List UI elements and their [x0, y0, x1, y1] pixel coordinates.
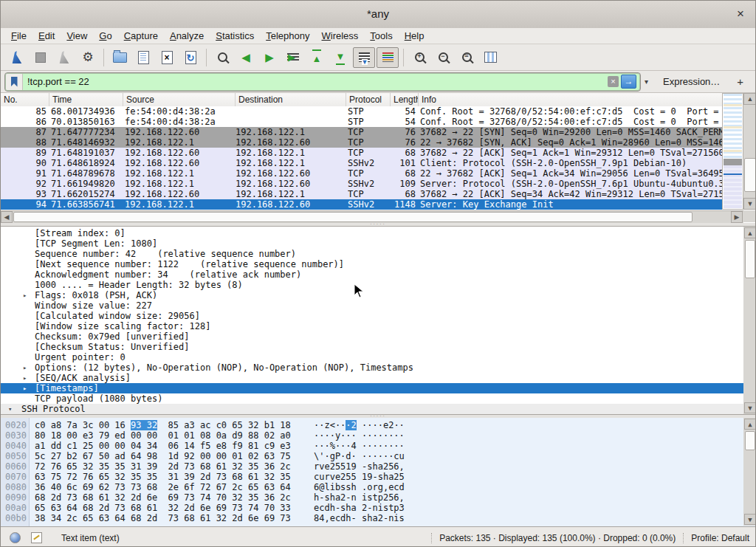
detail-line[interactable]: Window size value: 227	[1, 300, 743, 311]
menu-capture[interactable]: Capture	[118, 29, 164, 43]
hex-row[interactable]: 007063 75 72 76 65 32 35 35 31 39 2d 73 …	[1, 472, 743, 482]
hex-row[interactable]: 0040a1 dd c1 25 00 00 04 34 06 14 f5 e8 …	[1, 441, 743, 451]
detail-line[interactable]: ▸[Timestamps]	[1, 383, 743, 393]
reload-file-button[interactable]: ↻	[179, 47, 202, 68]
go-first-packet-button[interactable]: ▲	[306, 47, 328, 68]
detail-line[interactable]: [Stream index: 0]	[1, 228, 743, 238]
add-filter-button[interactable]: +	[732, 75, 748, 88]
scroll-up-icon[interactable]: ▲	[744, 227, 755, 238]
hex-row[interactable]: 00a065 63 64 68 2d 73 68 61 32 2d 6e 69 …	[1, 503, 743, 513]
start-capture-button[interactable]	[6, 47, 28, 68]
column-header-info[interactable]: Info	[419, 93, 722, 106]
scroll-left-icon[interactable]: ◀	[1, 211, 13, 223]
scroll-down-icon[interactable]: ▼	[743, 198, 756, 210]
menu-telephony[interactable]: Telephony	[260, 29, 315, 43]
detail-line[interactable]: ▸Options: (12 bytes), No-Operation (NOP)…	[1, 362, 743, 373]
menu-wireless[interactable]: Wireless	[316, 29, 365, 43]
display-filter-input[interactable]: !tcp.port == 22 × →	[5, 73, 640, 91]
details-vscrollbar[interactable]: ▲ ▼	[743, 227, 755, 414]
scroll-thumb[interactable]	[744, 158, 756, 192]
expand-arrow-icon[interactable]: ▸	[23, 373, 27, 383]
packet-row[interactable]: 8568.001734936fe:54:00:d4:38:2aSTP54Conf…	[1, 106, 722, 117]
column-header-no[interactable]: No.	[1, 93, 49, 106]
go-last-packet-button[interactable]: ▼	[329, 47, 351, 68]
hex-row[interactable]: 003080 18 00 e3 79 ed 00 00 01 01 08 0a …	[1, 430, 743, 441]
go-back-button[interactable]: ◀	[235, 47, 257, 68]
scroll-up-icon[interactable]: ▲	[743, 93, 756, 105]
stop-capture-button[interactable]	[30, 47, 52, 68]
colorize-packets-button[interactable]	[377, 47, 399, 68]
scroll-thumb[interactable]	[745, 431, 755, 450]
menu-tools[interactable]: Tools	[364, 29, 398, 43]
hex-row[interactable]: 008036 40 6c 69 62 73 73 68 2e 6f 72 67 …	[1, 482, 743, 492]
detail-line[interactable]: ▸[SEQ/ACK analysis]	[1, 373, 743, 383]
detail-line[interactable]: ▸Flags: 0x018 (PSH, ACK)	[1, 290, 743, 300]
scroll-thumb[interactable]	[745, 240, 755, 278]
hex-row[interactable]: 006072 76 65 32 35 35 31 39 2d 73 68 61 …	[1, 461, 743, 472]
column-header-source[interactable]: Source	[123, 93, 236, 106]
detail-line[interactable]: [Calculated window size: 29056]	[1, 311, 743, 321]
packet-row[interactable]: 8871.648146932192.168.122.1192.168.122.6…	[1, 137, 722, 148]
close-window-button[interactable]: ×	[733, 7, 748, 21]
menu-help[interactable]: Help	[399, 29, 430, 43]
packet-list-vscrollbar[interactable]: ▲ ▼	[743, 93, 756, 210]
packet-row[interactable]: 9071.648618924192.168.122.60192.168.122.…	[1, 158, 722, 168]
resize-columns-button[interactable]	[479, 47, 501, 68]
go-forward-button[interactable]: ▶	[258, 47, 281, 68]
detail-line[interactable]: Urgent pointer: 0	[1, 352, 743, 362]
profile-label[interactable]: Profile: Default	[683, 533, 749, 543]
zoom-100-button[interactable]: =	[456, 47, 478, 68]
detail-line[interactable]: ▾SSH Protocol	[1, 404, 743, 414]
detail-line[interactable]: [Next sequence number: 1122 (relative se…	[1, 259, 743, 269]
menu-file[interactable]: File	[5, 29, 32, 43]
intelligent-scrollbar-minimap[interactable]	[722, 93, 743, 210]
menu-statistics[interactable]: Statistics	[210, 29, 260, 43]
scroll-right-icon[interactable]: ▶	[731, 211, 743, 223]
expand-arrow-icon[interactable]: ▸	[23, 383, 27, 393]
apply-filter-button[interactable]: →	[621, 75, 636, 89]
zoom-out-button[interactable]: −	[432, 47, 454, 68]
menu-edit[interactable]: Edit	[32, 29, 61, 43]
go-to-packet-button[interactable]: ▶	[282, 47, 304, 68]
scroll-up-icon[interactable]: ▲	[744, 419, 755, 430]
expression-button[interactable]: Expression…	[663, 76, 720, 87]
expand-arrow-icon[interactable]: ▸	[23, 362, 27, 373]
packet-row[interactable]: 8771.647777234192.168.122.60192.168.122.…	[1, 127, 722, 137]
detail-line[interactable]: Checksum: 0x79ed [unverified]	[1, 331, 743, 342]
zoom-in-button[interactable]: +	[408, 47, 430, 68]
filter-history-dropdown[interactable]: ▾	[640, 78, 653, 86]
hex-row[interactable]: 009068 2d 73 68 61 32 2d 6e 69 73 74 70 …	[1, 492, 743, 503]
column-header-length[interactable]: Length	[391, 93, 419, 106]
open-file-button[interactable]	[109, 47, 131, 68]
display-filter-value[interactable]: !tcp.port == 22	[23, 76, 608, 87]
capture-options-button[interactable]: ⚙	[77, 47, 99, 68]
packet-row[interactable]: 9371.662015274192.168.122.60192.168.122.…	[1, 189, 722, 199]
expand-arrow-icon[interactable]: ▾	[8, 404, 12, 414]
hex-row[interactable]: 0020c0 a8 7a 3c 00 16 93 32 85 a3 ac c0 …	[1, 420, 743, 430]
detail-line[interactable]: Acknowledgment number: 34 (relative ack …	[1, 269, 743, 280]
hex-row[interactable]: 00505c 27 b2 67 50 ad 64 98 1d 92 00 00 …	[1, 451, 743, 461]
packet-row[interactable]: 9271.661949820192.168.122.1192.168.122.6…	[1, 179, 722, 189]
hex-row[interactable]: 00b038 34 2c 65 63 64 68 2d 73 68 61 32 …	[1, 513, 743, 523]
hex-vscrollbar[interactable]: ▲ ▼	[743, 418, 755, 526]
packet-row[interactable]: 8670.013850163fe:54:00:d4:38:2aSTP54Conf…	[1, 117, 722, 127]
column-header-protocol[interactable]: Protocol	[346, 93, 391, 106]
packet-row[interactable]: 8971.648191037192.168.122.60192.168.122.…	[1, 148, 722, 158]
packet-row[interactable]: 9471.663856741192.168.122.1192.168.122.6…	[1, 199, 722, 210]
detail-line[interactable]: [Window size scaling factor: 128]	[1, 321, 743, 331]
detail-line[interactable]: TCP payload (1080 bytes)	[1, 393, 743, 404]
detail-line[interactable]: Sequence number: 42 (relative sequence n…	[1, 249, 743, 259]
detail-line[interactable]: [Checksum Status: Unverified]	[1, 342, 743, 352]
find-packet-button[interactable]	[211, 47, 233, 68]
close-file-button[interactable]: ×	[156, 47, 178, 68]
capture-comment-icon[interactable]	[31, 532, 42, 543]
detail-line[interactable]: [TCP Segment Len: 1080]	[1, 238, 743, 249]
auto-scroll-button[interactable]: ▼	[353, 47, 375, 68]
packet-row[interactable]: 9171.648789678192.168.122.1192.168.122.6…	[1, 168, 722, 179]
column-header-time[interactable]: Time	[49, 93, 123, 106]
scroll-down-icon[interactable]: ▼	[744, 514, 755, 525]
expert-info-icon[interactable]	[10, 532, 21, 543]
menu-view[interactable]: View	[61, 29, 93, 43]
restart-capture-button[interactable]	[53, 47, 75, 68]
clear-filter-button[interactable]: ×	[608, 76, 619, 87]
